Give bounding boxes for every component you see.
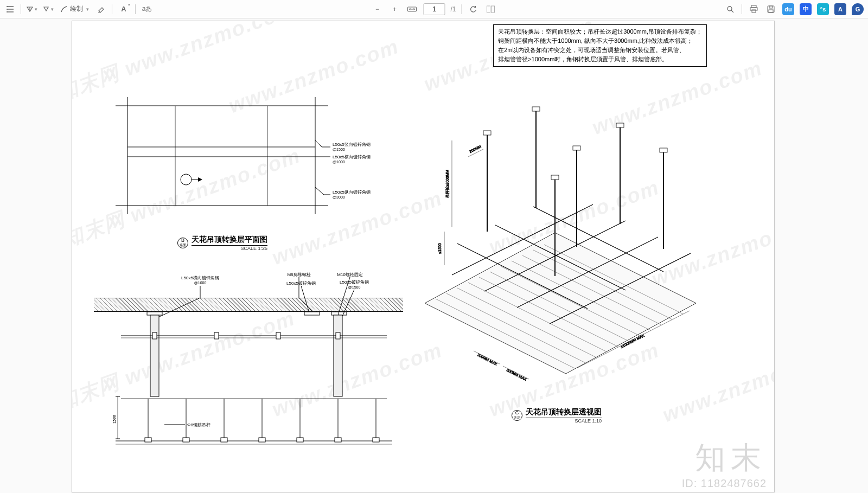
save-icon[interactable] xyxy=(765,3,777,15)
ext-lang-pill[interactable]: 中 xyxy=(800,3,812,15)
svg-text:@3000: @3000 xyxy=(333,195,345,199)
svg-rect-119 xyxy=(551,175,559,180)
svg-text:≤1500: ≤1500 xyxy=(438,243,442,254)
svg-text:Φ8钢筋吊杆: Φ8钢筋吊杆 xyxy=(187,422,210,427)
iso-tag-bubble: C天花 xyxy=(512,410,522,421)
svg-line-38 xyxy=(315,187,324,195)
svg-rect-87 xyxy=(297,438,303,442)
separator xyxy=(21,4,21,14)
note-line: 在2m以内设备如有冲突之处，可现场适当调整角钢安装位置。若风管、 xyxy=(498,46,702,55)
iso-title-text: 天花吊顶转换层透视图 xyxy=(526,407,602,418)
plan-tag-bubble: B墙面 xyxy=(177,238,188,248)
svg-rect-83 xyxy=(145,438,151,442)
svg-point-1 xyxy=(7,9,8,10)
zoom-out-icon[interactable]: − xyxy=(371,3,383,15)
svg-text:200MM: 200MM xyxy=(469,144,482,153)
separator xyxy=(135,4,136,14)
svg-rect-89 xyxy=(373,438,379,442)
svg-rect-6 xyxy=(487,6,490,12)
eraser-tool-icon[interactable] xyxy=(95,3,107,15)
svg-rect-64 xyxy=(214,332,219,339)
translate-icon[interactable]: aあ xyxy=(140,3,154,15)
svg-text:L50x5横向镀锌角钢: L50x5横向镀锌角钢 xyxy=(333,155,371,159)
note-line: 排烟管管径>1000mm时，角钢转换层须置于风管、排烟管底部。 xyxy=(498,55,702,64)
svg-text:300MM  MAX: 300MM MAX xyxy=(477,353,499,366)
svg-rect-14 xyxy=(769,6,773,8)
search-icon[interactable] xyxy=(724,3,736,15)
svg-line-9 xyxy=(731,10,733,12)
draw-tool-button[interactable]: 绘制 xyxy=(58,4,91,14)
watermark-id: ID: 1182487662 xyxy=(682,477,767,490)
fit-width-icon[interactable] xyxy=(406,3,418,15)
thumbnail-view-icon[interactable] xyxy=(485,3,497,15)
svg-line-55 xyxy=(342,290,354,316)
ext-assistant-pill[interactable]: A xyxy=(834,3,846,15)
svg-rect-86 xyxy=(259,438,265,442)
svg-text:吊杆长≥3000MM: 吊杆长≥3000MM xyxy=(445,170,449,198)
text-annot-icon[interactable]: A» xyxy=(117,3,131,15)
iso-scale-text: SCALE 1:10 xyxy=(526,418,602,424)
svg-rect-7 xyxy=(492,6,495,12)
svg-text:L50x5镀锌角钢: L50x5镀锌角钢 xyxy=(286,281,316,286)
svg-rect-115 xyxy=(532,107,540,111)
page-total-label: /1 xyxy=(450,5,456,13)
highlight-tool-icon[interactable] xyxy=(42,3,54,15)
svg-rect-118 xyxy=(660,148,667,152)
svg-text:L50x5横向镀锌角钢: L50x5横向镀锌角钢 xyxy=(181,276,219,280)
svg-rect-114 xyxy=(483,131,491,135)
separator xyxy=(742,4,742,14)
plan-scale-text: SCALE 1:25 xyxy=(192,246,267,251)
print-icon[interactable] xyxy=(748,3,760,15)
svg-line-50 xyxy=(301,286,309,311)
svg-rect-63 xyxy=(152,332,157,339)
svg-rect-66 xyxy=(336,332,340,339)
svg-rect-59 xyxy=(150,315,159,396)
pdf-toolbar: 绘制 A» aあ − + /1 xyxy=(0,0,868,18)
note-line: 天花吊顶转换层：空间面积较大；吊杆长达超过3000mm,吊顶设备排布复杂； xyxy=(498,27,702,36)
svg-rect-10 xyxy=(751,5,756,8)
svg-point-0 xyxy=(7,6,8,7)
svg-text:M10螺栓固定: M10螺栓固定 xyxy=(337,272,363,277)
svg-rect-56 xyxy=(147,312,162,315)
document-viewer[interactable]: 知末网 www.znzmo.com www.znzmo.com www.znzm… xyxy=(0,18,868,493)
zoom-in-icon[interactable]: + xyxy=(388,3,400,15)
svg-point-8 xyxy=(727,7,732,11)
iso-title: C天花 天花吊顶转换层透视图SCALE 1:10 xyxy=(512,407,602,424)
section-drawing: L50x5横向镀锌角钢 @1000 M8膨胀螺栓 L50x5镀锌角钢 M10螺栓… xyxy=(94,265,403,482)
draw-tool-label: 绘制 xyxy=(70,4,83,14)
svg-text:1500: 1500 xyxy=(112,415,116,424)
svg-rect-88 xyxy=(335,438,341,442)
svg-rect-57 xyxy=(304,312,320,315)
note-line: 钢架间距横向不能大于1000mm, 纵向不大于3000mm,此种做法成本很高； xyxy=(498,36,702,46)
drawing-note-box: 天花吊顶转换层：空间面积较大；吊杆长达超过3000mm,吊顶设备排布复杂； 钢架… xyxy=(493,24,707,67)
svg-text:@1000: @1000 xyxy=(194,281,207,285)
svg-text:@1000: @1000 xyxy=(333,160,345,164)
svg-rect-84 xyxy=(183,438,189,442)
separator xyxy=(112,4,112,14)
toolbar-center: − + /1 xyxy=(371,3,496,15)
svg-rect-60 xyxy=(334,315,342,396)
svg-text:L50x5竖向镀锌角钢: L50x5竖向镀锌角钢 xyxy=(333,142,371,147)
ext-weather-pill[interactable]: °s xyxy=(817,3,829,15)
selection-tool-icon[interactable] xyxy=(25,3,37,15)
separator xyxy=(462,4,462,14)
rotate-icon[interactable] xyxy=(468,3,480,15)
svg-text:L50x5纵向镀锌角钢: L50x5纵向镀锌角钢 xyxy=(333,190,371,195)
toolbar-right: du 中 °s A G xyxy=(724,3,864,15)
ext-baidu-pill[interactable]: du xyxy=(782,3,794,15)
svg-point-2 xyxy=(7,11,8,12)
svg-line-31 xyxy=(315,140,322,147)
ext-chat-pill[interactable]: G xyxy=(852,3,864,15)
svg-text:@1500: @1500 xyxy=(348,285,361,289)
page-number-input[interactable] xyxy=(423,3,445,15)
plan-title-text: 天花吊顶转换层平面图 xyxy=(192,235,267,246)
svg-rect-116 xyxy=(573,146,580,150)
svg-line-45 xyxy=(154,298,200,319)
watermark-logo: 知末 xyxy=(695,438,767,479)
svg-rect-65 xyxy=(276,332,280,339)
svg-rect-85 xyxy=(221,438,227,442)
svg-text:300MM  MAX: 300MM MAX xyxy=(506,368,528,381)
sidebar-toggle-icon[interactable] xyxy=(4,3,16,15)
plan-title: B墙面 天花吊顶转换层平面图SCALE 1:25 xyxy=(177,235,267,251)
document-page: 知末网 www.znzmo.com www.znzmo.com www.znzm… xyxy=(72,21,775,492)
